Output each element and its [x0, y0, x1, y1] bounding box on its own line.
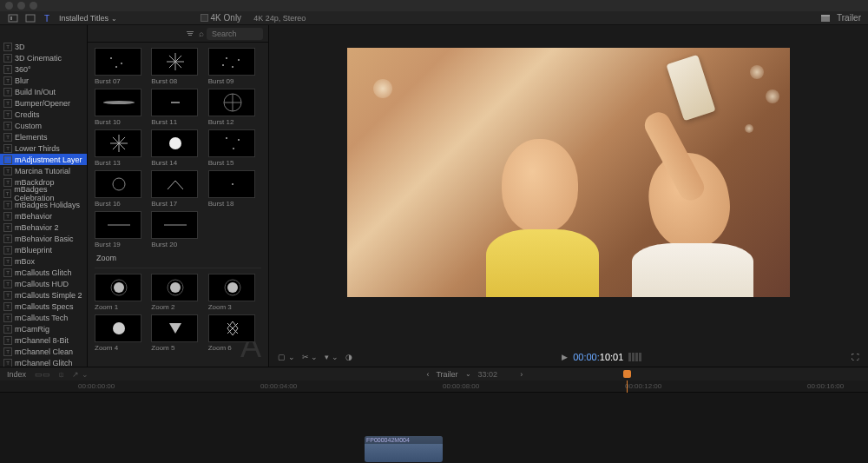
title-thumbnail[interactable]: Zoom 1: [95, 274, 148, 311]
sidebar-item[interactable]: TmBadges Holidays: [0, 199, 87, 210]
sidebar-item[interactable]: TCustom: [0, 120, 87, 131]
search-input[interactable]: [207, 28, 263, 40]
timecode[interactable]: 00:00:10:01: [573, 352, 623, 362]
sidebar-item-label: Marcina Tutorial: [15, 167, 70, 175]
fit-icon[interactable]: ▢ ⌄: [278, 353, 295, 361]
sidebar-item-label: mCallouts Tech: [15, 314, 68, 322]
sidebar-item[interactable]: TmCallouts Tech: [0, 312, 87, 323]
sidebar-item[interactable]: TmCamRig: [0, 323, 87, 334]
format-label: 4K 24p, Stereo: [253, 14, 306, 23]
svg-line-17: [169, 56, 175, 62]
title-thumbnail[interactable]: Burst 19: [95, 211, 148, 248]
title-category-icon: T: [3, 167, 12, 175]
color-icon[interactable]: ◑: [345, 353, 352, 361]
clapper-icon[interactable]: [819, 12, 832, 24]
index-button[interactable]: Index: [7, 370, 26, 379]
sidebar-item[interactable]: TmCallouts HUD: [0, 278, 87, 289]
sidebar-item[interactable]: TElements: [0, 131, 87, 142]
timeline-clip[interactable]: FP000042M004: [365, 436, 443, 462]
sidebar-item-label: Blur: [15, 76, 29, 85]
sidebar-item[interactable]: TBumper/Opener: [0, 97, 87, 109]
svg-point-47: [114, 282, 124, 293]
title-thumbnail[interactable]: Zoom 5: [151, 314, 204, 352]
svg-point-41: [113, 178, 125, 190]
sidebar-item[interactable]: T3D: [0, 41, 87, 52]
thumbnail-label: Burst 19: [95, 241, 148, 248]
svg-point-9: [110, 57, 112, 59]
svg-point-40: [233, 148, 234, 149]
sidebar-item[interactable]: TmBlueprint: [0, 244, 87, 255]
minimize-window[interactable]: [17, 2, 25, 10]
svg-point-20: [226, 57, 227, 59]
svg-point-53: [113, 322, 125, 334]
title-thumbnail[interactable]: Burst 08: [151, 48, 204, 85]
sidebar-item[interactable]: TmBadges Celebration: [0, 188, 87, 199]
title-thumbnail[interactable]: Burst 16: [95, 170, 148, 208]
library-icon[interactable]: [7, 12, 19, 24]
title-thumbnail[interactable]: Burst 12: [208, 89, 261, 126]
skimming-icon[interactable]: ↗ ⌄: [72, 370, 89, 379]
sidebar-item[interactable]: TmBehavior 2: [0, 222, 87, 233]
sidebar-item[interactable]: TBuild In/Out: [0, 86, 87, 97]
sidebar-item[interactable]: TMarcina Tutorial: [0, 165, 87, 176]
fullscreen-icon[interactable]: ⛶: [852, 353, 859, 361]
sidebar-item[interactable]: T3D Cinematic: [0, 52, 87, 63]
title-thumbnail[interactable]: Burst 14: [151, 129, 204, 167]
zoom-window[interactable]: [30, 2, 37, 10]
sidebar-item[interactable]: TmChannel Glitch: [0, 357, 87, 367]
sidebar-item[interactable]: TmAdjustment Layer: [0, 154, 87, 165]
sidebar-item[interactable]: TmCallouts Specs: [0, 301, 87, 312]
next-edit-icon[interactable]: ›: [520, 370, 523, 379]
title-thumbnail[interactable]: Zoom 6: [208, 314, 261, 352]
sidebar-item[interactable]: TCredits: [0, 109, 87, 120]
title-thumbnail[interactable]: Burst 07: [95, 48, 148, 85]
title-category-icon: T: [3, 43, 12, 51]
audio-meters: [628, 353, 641, 361]
title-thumbnail[interactable]: Burst 10: [95, 89, 148, 126]
sidebar-item[interactable]: TmCallouts Simple 2: [0, 289, 87, 301]
title-category-icon: T: [3, 302, 12, 311]
title-thumbnail[interactable]: Burst 15: [208, 129, 261, 167]
sidebar-item[interactable]: TmBehavior: [0, 210, 87, 222]
viewer-canvas[interactable]: [347, 48, 790, 297]
sidebar-item[interactable]: TmBox: [0, 255, 87, 267]
svg-point-10: [121, 63, 122, 64]
svg-point-23: [222, 64, 224, 66]
title-thumbnail[interactable]: Burst 18: [208, 170, 261, 208]
thumbnail-label: Burst 17: [151, 200, 204, 208]
sidebar-item[interactable]: TmCallouts Glitch: [0, 267, 87, 278]
photos-icon[interactable]: [24, 12, 36, 24]
sidebar-item[interactable]: TLower Thirds: [0, 142, 87, 154]
title-category-icon: T: [3, 133, 12, 142]
title-thumbnail[interactable]: Zoom 2: [151, 274, 204, 311]
ruler-tick: 00:00:08:00: [443, 382, 479, 390]
snapping-icon[interactable]: ⎅: [59, 370, 63, 379]
title-category-icon: T: [3, 314, 12, 322]
sidebar-item[interactable]: TmChannel Clean: [0, 346, 87, 357]
sidebar-item[interactable]: TmBehavior Basic: [0, 233, 87, 244]
title-thumbnail[interactable]: Burst 11: [151, 89, 204, 126]
title-thumbnail[interactable]: Burst 13: [95, 129, 148, 167]
view-options-icon[interactable]: ▾ ⌄: [325, 353, 339, 361]
title-thumbnail[interactable]: Burst 17: [151, 170, 204, 208]
title-thumbnail[interactable]: Burst 20: [151, 211, 204, 248]
timeline[interactable]: FP000042M004: [0, 393, 868, 463]
prev-edit-icon[interactable]: ‹: [426, 370, 429, 379]
play-button[interactable]: ▶: [562, 353, 568, 361]
filter-icon[interactable]: [184, 28, 196, 40]
title-thumbnail[interactable]: Zoom 4: [95, 314, 148, 352]
fourk-only-checkbox[interactable]: 4K Only: [201, 13, 242, 23]
sidebar-item[interactable]: TmChannel 8-Bit: [0, 334, 87, 346]
sidebar-item[interactable]: T360°: [0, 63, 87, 75]
title-thumbnail[interactable]: Burst 09: [208, 48, 261, 85]
titles-filter-dropdown[interactable]: Installed Titles ⌄: [54, 14, 122, 23]
sidebar-item[interactable]: TBlur: [0, 75, 87, 86]
close-window[interactable]: [5, 2, 13, 10]
title-thumbnail[interactable]: Zoom 3: [208, 274, 261, 311]
timeline-project-name[interactable]: Trailer: [436, 370, 457, 379]
tools-icon[interactable]: ✂ ⌄: [302, 353, 319, 361]
clip-appearance-icon[interactable]: ▭▭: [35, 370, 50, 379]
timeline-ruler[interactable]: 00:00:00:00 00:00:04:00 00:00:08:00 00:0…: [0, 380, 868, 393]
sidebar-item-label: Bumper/Opener: [15, 99, 70, 108]
titles-icon[interactable]: T: [42, 12, 54, 24]
